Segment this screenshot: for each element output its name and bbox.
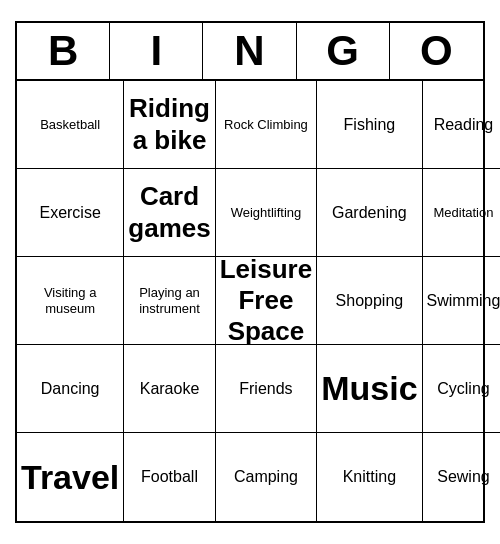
bingo-cell[interactable]: Knitting <box>317 433 422 521</box>
bingo-cell-text: Knitting <box>343 467 396 486</box>
bingo-cell-text: Visiting a museum <box>21 285 119 316</box>
bingo-header-letter: O <box>390 23 483 79</box>
bingo-grid: BasketballRiding a bikeRock ClimbingFish… <box>17 81 483 521</box>
bingo-cell[interactable]: Gardening <box>317 169 422 257</box>
bingo-cell[interactable]: Camping <box>216 433 318 521</box>
bingo-header-letter: N <box>203 23 296 79</box>
bingo-cell[interactable]: Friends <box>216 345 318 433</box>
bingo-cell[interactable]: Card games <box>124 169 215 257</box>
bingo-cell-text: Sewing <box>437 467 489 486</box>
bingo-cell-text: Friends <box>239 379 292 398</box>
bingo-cell[interactable]: Fishing <box>317 81 422 169</box>
bingo-header: BINGO <box>17 23 483 81</box>
bingo-cell-text: Shopping <box>336 291 404 310</box>
bingo-cell[interactable]: Dancing <box>17 345 124 433</box>
bingo-cell[interactable]: Swimming <box>423 257 500 345</box>
bingo-cell[interactable]: Cycling <box>423 345 500 433</box>
bingo-header-letter: G <box>297 23 390 79</box>
bingo-header-letter: I <box>110 23 203 79</box>
bingo-cell[interactable]: Shopping <box>317 257 422 345</box>
bingo-cell[interactable]: Basketball <box>17 81 124 169</box>
bingo-cell[interactable]: Exercise <box>17 169 124 257</box>
bingo-cell-text: Reading <box>434 115 494 134</box>
bingo-cell[interactable]: Weightlifting <box>216 169 318 257</box>
bingo-cell-text: Playing an instrument <box>128 285 210 316</box>
bingo-cell-text: Exercise <box>39 203 100 222</box>
bingo-cell[interactable]: Leisure Free Space <box>216 257 318 345</box>
bingo-cell-text: Travel <box>21 457 119 498</box>
bingo-cell[interactable]: Riding a bike <box>124 81 215 169</box>
bingo-cell-text: Fishing <box>344 115 396 134</box>
bingo-cell-text: Music <box>321 368 417 409</box>
bingo-cell-text: Dancing <box>41 379 100 398</box>
bingo-cell-text: Card games <box>128 181 210 243</box>
bingo-cell[interactable]: Travel <box>17 433 124 521</box>
bingo-card: BINGO BasketballRiding a bikeRock Climbi… <box>15 21 485 523</box>
bingo-cell-text: Gardening <box>332 203 407 222</box>
bingo-header-letter: B <box>17 23 110 79</box>
bingo-cell[interactable]: Sewing <box>423 433 500 521</box>
bingo-cell[interactable]: Football <box>124 433 215 521</box>
bingo-cell[interactable]: Reading <box>423 81 500 169</box>
bingo-cell[interactable]: Meditation <box>423 169 500 257</box>
bingo-cell-text: Football <box>141 467 198 486</box>
bingo-cell[interactable]: Playing an instrument <box>124 257 215 345</box>
bingo-cell[interactable]: Rock Climbing <box>216 81 318 169</box>
bingo-cell-text: Karaoke <box>140 379 200 398</box>
bingo-cell-text: Riding a bike <box>128 93 210 155</box>
bingo-cell-text: Weightlifting <box>231 205 302 221</box>
bingo-cell-text: Swimming <box>427 291 500 310</box>
bingo-cell-text: Basketball <box>40 117 100 133</box>
bingo-cell-text: Rock Climbing <box>224 117 308 133</box>
bingo-cell-text: Meditation <box>433 205 493 221</box>
bingo-cell[interactable]: Karaoke <box>124 345 215 433</box>
bingo-cell-text: Cycling <box>437 379 489 398</box>
bingo-cell[interactable]: Music <box>317 345 422 433</box>
bingo-cell-text: Camping <box>234 467 298 486</box>
bingo-cell-text: Leisure Free Space <box>220 254 313 348</box>
bingo-cell[interactable]: Visiting a museum <box>17 257 124 345</box>
